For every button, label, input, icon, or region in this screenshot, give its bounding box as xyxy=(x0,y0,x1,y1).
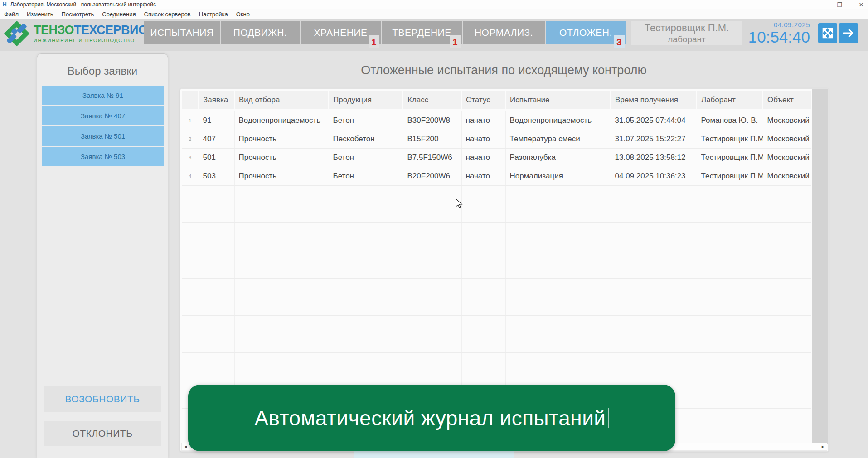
decline-button[interactable]: ОТКЛОНИТЬ xyxy=(44,421,161,446)
table-cell[interactable]: B20F200W6 xyxy=(403,167,461,186)
table-cell[interactable]: Пескобетон xyxy=(329,130,403,149)
table-cell[interactable]: B7.5F150W6 xyxy=(403,149,461,167)
empty-cell xyxy=(329,353,403,371)
column-header[interactable]: Объект xyxy=(763,91,811,110)
table-cell[interactable]: начато xyxy=(461,149,505,167)
row-number: 1 xyxy=(182,110,199,130)
table-row[interactable]: 2407ПрочностьПескобетонB15F200начатоТемп… xyxy=(182,130,811,149)
tab-tverdenie[interactable]: ТВЕРДЕНИЕ 1 xyxy=(382,21,462,44)
table-row[interactable]: 3501ПрочностьБетонB7.5F150W6начатоРазопа… xyxy=(182,149,811,167)
menu-settings[interactable]: Настройка xyxy=(195,11,232,18)
table-cell[interactable]: 31.07.2025 15:22:27 xyxy=(611,130,697,149)
table-cell[interactable]: Прочность xyxy=(234,167,329,186)
table-cell[interactable]: Тестировщик П.М. xyxy=(697,149,763,167)
empty-cell xyxy=(697,204,763,223)
tab-normaliz[interactable]: НОРМАЛИЗ. xyxy=(463,21,545,44)
maximize-button[interactable]: ❐ xyxy=(836,1,843,8)
table-cell[interactable]: Московский xyxy=(763,167,811,186)
table-cell[interactable]: Тестировщик П.М. xyxy=(697,130,763,149)
brand-logo: ТЕНЗОТЕХСЕРВИС ИНЖИНИРИНГ И ПРОИЗВОДСТВО xyxy=(4,20,147,47)
request-button-407[interactable]: Заявка № 407 xyxy=(42,106,164,125)
column-header[interactable]: Класс xyxy=(403,91,461,110)
minimize-button[interactable]: – xyxy=(815,1,821,8)
table-cell[interactable]: Романова Ю. В. xyxy=(697,110,763,130)
empty-cell xyxy=(199,260,234,279)
table-cell[interactable]: Нормализация xyxy=(505,167,611,186)
empty-cell xyxy=(234,186,329,204)
table-cell[interactable]: 501 xyxy=(199,149,234,167)
column-header[interactable]: Лаборант xyxy=(697,91,763,110)
table-cell[interactable]: 31.05.2025 07:44:04 xyxy=(611,110,697,130)
column-header[interactable]: Заявка xyxy=(199,91,234,110)
tab-khranenie[interactable]: ХРАНЕНИЕ 1 xyxy=(301,21,381,44)
column-header[interactable]: Вид отбора xyxy=(234,91,329,110)
empty-cell xyxy=(611,186,697,204)
table-cell[interactable]: Разопалубка xyxy=(505,149,611,167)
tab-podvizhn[interactable]: ПОДВИЖН. xyxy=(221,21,300,44)
table-cell[interactable]: Прочность xyxy=(234,130,329,149)
scroll-right-icon[interactable]: ► xyxy=(819,444,827,449)
request-button-91[interactable]: Заявка № 91 xyxy=(42,86,164,105)
table-cell[interactable]: 91 xyxy=(199,110,234,130)
menu-file[interactable]: Файл xyxy=(0,11,23,18)
tab-otlozhen[interactable]: ОТЛОЖЕН. 3 xyxy=(546,21,626,44)
table-row[interactable]: 4503ПрочностьБетонB20F200W6начатоНормали… xyxy=(182,167,811,186)
menu-server-list[interactable]: Список серверов xyxy=(140,11,195,18)
table-cell[interactable]: 04.09.2025 10:36:23 xyxy=(611,167,697,186)
table-cell[interactable]: 407 xyxy=(199,130,234,149)
resume-button[interactable]: ВОЗОБНОВИТЬ xyxy=(44,386,161,412)
table-cell[interactable]: начато xyxy=(461,130,505,149)
menu-view[interactable]: Посмотреть xyxy=(58,11,98,18)
empty-cell xyxy=(697,371,763,390)
table-empty-row xyxy=(182,334,811,353)
fullscreen-button[interactable] xyxy=(818,23,837,43)
table-cell[interactable]: Московский xyxy=(763,110,811,130)
menu-window[interactable]: Окно xyxy=(232,11,254,18)
table-cell[interactable]: начато xyxy=(461,167,505,186)
table-cell[interactable]: Водонепроницаемость xyxy=(505,110,611,130)
menu-edit[interactable]: Изменить xyxy=(23,11,58,18)
table-cell[interactable]: Прочность xyxy=(234,149,329,167)
column-header[interactable]: Время получения xyxy=(611,91,697,110)
column-header[interactable]: Статус xyxy=(461,91,505,110)
table-cell[interactable]: Московский xyxy=(763,130,811,149)
menu-connections[interactable]: Соединения xyxy=(98,11,140,18)
menu-bar: Файл Изменить Посмотреть Соединения Спис… xyxy=(0,9,868,19)
empty-cell xyxy=(403,260,461,279)
scroll-left-icon[interactable]: ◄ xyxy=(182,444,189,449)
table-empty-row xyxy=(182,316,811,334)
empty-cell xyxy=(763,390,811,409)
empty-cell xyxy=(329,316,403,334)
logout-button[interactable] xyxy=(839,23,858,43)
empty-cell xyxy=(199,223,234,241)
table-cell[interactable]: Бетон xyxy=(329,167,403,186)
tab-ispytaniya[interactable]: ИСПЫТАНИЯ xyxy=(144,21,220,44)
table-cell[interactable]: начато xyxy=(461,110,505,130)
table-empty-row xyxy=(182,353,811,371)
empty-cell xyxy=(329,260,403,279)
table-empty-row xyxy=(182,241,811,260)
column-header[interactable]: Продукция xyxy=(329,91,403,110)
close-button[interactable]: ✕ xyxy=(858,1,864,8)
request-button-501[interactable]: Заявка № 501 xyxy=(42,126,164,146)
vertical-scrollbar[interactable] xyxy=(812,89,828,444)
column-header[interactable]: Испытание xyxy=(505,91,611,110)
empty-cell xyxy=(763,297,811,316)
empty-cell xyxy=(763,316,811,334)
request-button-503[interactable]: Заявка № 503 xyxy=(42,147,164,166)
table-cell[interactable]: B15F200 xyxy=(403,130,461,149)
table-cell[interactable]: Бетон xyxy=(329,149,403,167)
table-cell[interactable]: Водонепроницаемость xyxy=(234,110,329,130)
table-cell[interactable]: Температура смеси xyxy=(505,130,611,149)
row-number: 3 xyxy=(182,149,199,167)
table-cell[interactable]: Бетон xyxy=(329,110,403,130)
table-cell[interactable]: Московский xyxy=(763,149,811,167)
empty-cell xyxy=(763,353,811,371)
empty-cell xyxy=(182,241,199,260)
empty-cell xyxy=(461,223,505,241)
table-row[interactable]: 191ВодонепроницаемостьБетонB30F200W8нача… xyxy=(182,110,811,130)
table-cell[interactable]: 503 xyxy=(199,167,234,186)
table-cell[interactable]: B30F200W8 xyxy=(403,110,461,130)
table-cell[interactable]: 13.08.2025 13:58:12 xyxy=(611,149,697,167)
table-cell[interactable]: Тестировщик П.М. xyxy=(697,167,763,186)
